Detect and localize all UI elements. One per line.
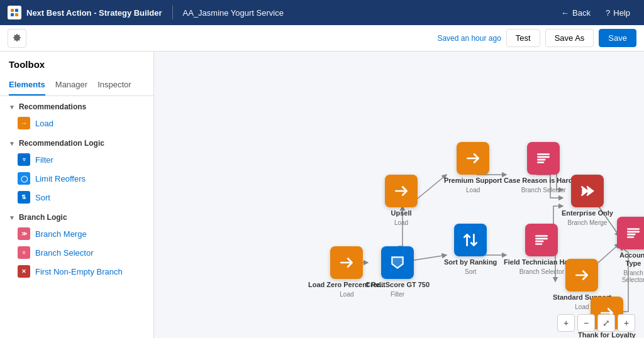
page-title: AA_Jasmine Yogurt Service — [173, 8, 284, 18]
saved-status: Saved an hour ago — [437, 34, 501, 43]
node-box-case-reason[interactable] — [527, 142, 560, 175]
node-sort-ranking[interactable]: Sort by Ranking Sort — [444, 224, 497, 275]
logo-icon — [8, 6, 21, 19]
node-enterprise-only[interactable]: Enterprise Only Branch Merge — [562, 175, 613, 226]
back-button[interactable]: ← Back — [555, 4, 597, 21]
node-premium-support[interactable]: Premium Support Load — [444, 142, 502, 194]
canvas[interactable]: Load Zero Percent Re... Load CreditScore… — [154, 52, 644, 338]
sidebar: Toolbox Elements Manager Inspector ▼ Rec… — [0, 52, 154, 338]
node-label-thank-loyalty: Thank for Loyalty — [578, 331, 636, 338]
toolbox-item-filter[interactable]: ▿ Filter — [0, 150, 153, 169]
branch-merge-icon: ≫ — [18, 227, 30, 240]
svg-rect-2 — [11, 13, 14, 16]
node-box-upsell[interactable] — [385, 175, 418, 207]
section-branch-logic[interactable]: ▼ Branch Logic — [0, 207, 153, 224]
node-sublabel-credit-score: Filter — [391, 291, 404, 298]
branch-selector-icon: ≡ — [18, 246, 30, 259]
zoom-in-button[interactable]: + — [557, 314, 575, 332]
toolbox-item-sort[interactable]: ⇅ Sort — [0, 188, 153, 207]
help-button[interactable]: ? Help — [599, 4, 636, 21]
toolbox-item-branch-merge[interactable]: ≫ Branch Merge — [0, 224, 153, 243]
toolbox-title: Toolbox — [0, 52, 153, 75]
toolbar-right: Saved an hour ago Test Save As Save — [437, 29, 636, 47]
node-sublabel-sort-ranking: Sort — [465, 268, 476, 275]
top-bar-actions: ← Back ? Help — [555, 4, 636, 21]
node-credit-score[interactable]: CreditScore GT 750 Filter — [365, 246, 430, 298]
node-box-standard-support[interactable] — [565, 259, 598, 292]
limit-icon: ◯ — [18, 172, 30, 185]
app-title: Next Best Action - Strategy Builder — [26, 8, 162, 18]
secondary-toolbar: Saved an hour ago Test Save As Save — [0, 25, 644, 52]
node-sublabel-account-type: Branch Selector — [617, 270, 644, 283]
main-area: Toolbox Elements Manager Inspector ▼ Rec… — [0, 52, 644, 338]
settings-button[interactable] — [8, 29, 26, 48]
toolbox-item-first-non-empty[interactable]: ✕ First Non-Empty Branch — [0, 262, 153, 281]
node-sublabel-load-zero: Load — [340, 291, 353, 298]
svg-marker-13 — [392, 257, 402, 268]
section-recommendations[interactable]: ▼ Recommendations — [0, 96, 153, 114]
toolbox-item-branch-selector[interactable]: ≡ Branch Selector — [0, 243, 153, 262]
first-empty-icon: ✕ — [18, 265, 30, 278]
svg-line-6 — [418, 175, 447, 199]
node-label-premium-support: Premium Support — [444, 177, 502, 185]
node-box-sort-ranking[interactable] — [454, 224, 487, 256]
zoom-out-button[interactable]: − — [577, 314, 595, 332]
back-icon: ← — [561, 8, 569, 18]
tabs: Elements Manager Inspector — [0, 75, 153, 96]
node-box-enterprise-only[interactable] — [571, 175, 604, 207]
svg-rect-1 — [15, 9, 18, 12]
chevron-down-icon-2: ▼ — [9, 140, 15, 147]
load-icon: → — [18, 117, 30, 129]
node-sublabel-enterprise-only: Branch Merge — [568, 219, 608, 226]
tab-elements[interactable]: Elements — [9, 75, 45, 95]
node-sublabel-premium-support: Load — [466, 187, 480, 194]
toolbox-item-load[interactable]: → Load — [0, 114, 153, 133]
filter-icon: ▿ — [18, 153, 30, 166]
node-label-credit-score: CreditScore GT 750 — [365, 281, 430, 289]
test-button[interactable]: Test — [506, 29, 540, 47]
node-label-sort-ranking: Sort by Ranking — [444, 258, 497, 266]
expand-button[interactable]: + — [618, 314, 635, 332]
node-label-enterprise-only: Enterprise Only — [562, 209, 613, 217]
sort-icon: ⇅ — [18, 191, 30, 204]
chevron-down-icon: ▼ — [9, 104, 15, 111]
node-label-account-type: Account Type — [617, 251, 644, 268]
svg-rect-3 — [15, 13, 18, 16]
save-as-button[interactable]: Save As — [545, 29, 594, 47]
node-label-upsell: Upsell — [391, 209, 411, 217]
svg-rect-0 — [11, 9, 14, 12]
save-button[interactable]: Save — [599, 29, 636, 47]
canvas-controls: + − ⤢ + — [557, 314, 635, 332]
node-sublabel-upsell: Load — [394, 219, 408, 226]
node-box-credit-score[interactable] — [381, 246, 414, 279]
node-box-load-zero[interactable] — [330, 246, 363, 279]
app-logo: Next Best Action - Strategy Builder — [8, 6, 173, 19]
node-box-field-tech[interactable] — [525, 224, 558, 256]
toolbox-item-limit-reoffers[interactable]: ◯ Limit Reoffers — [0, 169, 153, 188]
chevron-down-icon-3: ▼ — [9, 214, 15, 221]
tab-inspector[interactable]: Inspector — [97, 75, 131, 95]
node-box-premium-support[interactable] — [457, 142, 489, 175]
node-upsell[interactable]: Upsell Load — [385, 175, 418, 226]
node-sublabel-case-reason: Branch Selector — [521, 187, 566, 194]
node-account-type[interactable]: Account Type Branch Selector — [617, 217, 644, 283]
section-recommendation-logic[interactable]: ▼ Recommendation Logic — [0, 133, 153, 150]
tab-manager[interactable]: Manager — [55, 75, 87, 95]
fit-button[interactable]: ⤢ — [597, 314, 615, 332]
node-box-account-type[interactable] — [617, 217, 644, 249]
top-bar: Next Best Action - Strategy Builder AA_J… — [0, 0, 644, 25]
question-icon: ? — [606, 8, 610, 18]
